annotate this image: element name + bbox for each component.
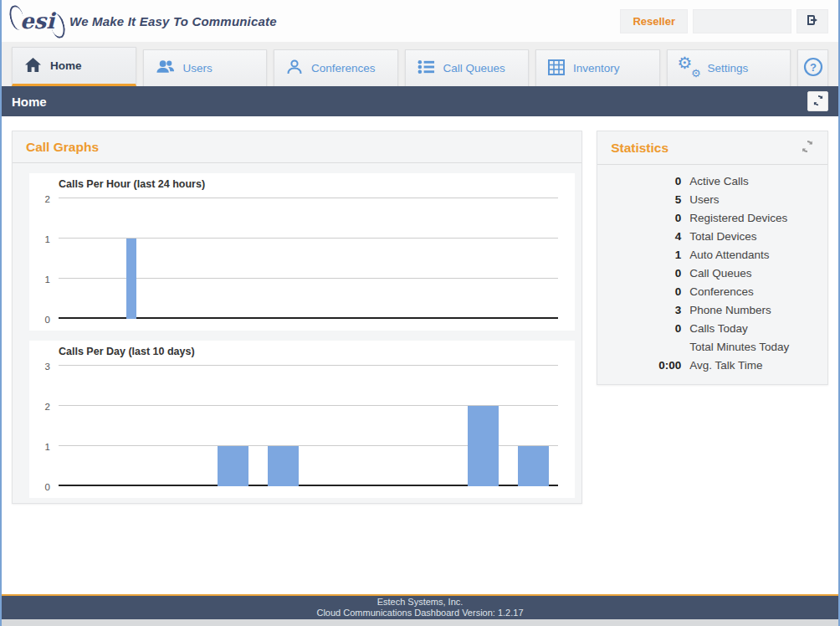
stat-value: 0 — [597, 285, 681, 298]
users-icon — [156, 59, 175, 77]
stat-row: 0:00Avg. Talk Time — [597, 356, 827, 374]
logo-swoosh-right — [49, 13, 68, 40]
stat-label: Conferences — [689, 285, 754, 298]
chart-plot-area: 0112 — [59, 198, 558, 319]
stat-row: 0Conferences — [597, 282, 827, 300]
stat-label: Users — [689, 193, 719, 206]
stat-value: 0 — [597, 322, 681, 335]
logout-icon — [805, 13, 820, 30]
tagline: We Make It Easy To Communicate — [69, 14, 277, 28]
footer: Estech Systems, Inc. Cloud Communication… — [2, 594, 838, 626]
stat-label: Active Calls — [689, 175, 749, 187]
footer-version: Cloud Communications Dashboard Version: … — [316, 608, 523, 618]
app-window: esi We Make It Easy To Communicate Resel… — [0, 0, 840, 626]
chart-title: Calls Per Day (last 10 days) — [59, 346, 195, 357]
tab-label: Users — [183, 62, 213, 74]
y-axis-tick-label: 2 — [33, 402, 50, 412]
tab-conferences[interactable]: Conferences — [274, 49, 398, 86]
chart-calls-per-day: Calls Per Day (last 10 days)0123 — [29, 341, 575, 498]
page-title: Home — [12, 95, 47, 109]
svg-text:?: ? — [810, 61, 817, 74]
help-icon: ? — [803, 57, 823, 80]
tab-label: Settings — [708, 62, 749, 74]
chart-bar — [518, 446, 549, 486]
stat-value: 4 — [597, 230, 681, 243]
stat-row: 1Auto Attendants — [597, 245, 827, 264]
stat-row: 0Call Queues — [597, 264, 827, 282]
home-icon — [24, 57, 42, 75]
y-axis-tick-label: 1 — [33, 275, 50, 285]
logo-text: esi — [20, 8, 54, 33]
esi-logo-mark: esi — [12, 8, 63, 33]
statistics-panel: Statistics 0Active Calls5Users0Registere… — [597, 131, 828, 385]
stat-label: Calls Today — [689, 322, 748, 335]
tab-settings[interactable]: ⚙⚙Settings — [667, 49, 791, 86]
tab-home[interactable]: Home — [12, 47, 136, 86]
logout-button[interactable] — [796, 9, 828, 33]
chart-calls-per-hour: Calls Per Hour (last 24 hours)0112 — [29, 173, 575, 331]
call-graphs-panel: Call Graphs Calls Per Hour (last 24 hour… — [12, 131, 582, 504]
main-content: Call Graphs Calls Per Hour (last 24 hour… — [2, 116, 838, 594]
refresh-icon — [801, 140, 814, 156]
page-title-bar: Home — [2, 86, 838, 116]
y-axis-tick-label: 1 — [33, 442, 50, 452]
stat-value: 1 — [597, 249, 681, 261]
tab-call-queues[interactable]: Call Queues — [405, 49, 530, 86]
call-queues-icon — [417, 59, 435, 77]
tab-label: Home — [50, 59, 82, 72]
settings-icon: ⚙⚙ — [679, 58, 699, 79]
stat-row: 4Total Devices — [597, 227, 827, 245]
stat-label: Avg. Talk Time — [689, 359, 762, 372]
statistics-list: 0Active Calls5Users0Registered Devices4T… — [597, 165, 827, 384]
statistics-refresh-button[interactable] — [801, 140, 814, 156]
call-graphs-header: Call Graphs — [13, 131, 581, 163]
stat-value: 0:00 — [597, 359, 681, 372]
tab-inventory[interactable]: Inventory — [535, 49, 660, 86]
top-header: esi We Make It Easy To Communicate Resel… — [2, 0, 838, 42]
tab-label: Conferences — [311, 62, 376, 74]
tab-label: Inventory — [573, 62, 620, 74]
chart-bar — [126, 239, 136, 319]
tab-label: Call Queues — [443, 62, 505, 74]
stat-label: Registered Devices — [689, 212, 787, 224]
stat-value: 0 — [597, 175, 681, 187]
stat-label: Phone Numbers — [689, 304, 771, 316]
stat-label: Total Devices — [689, 230, 756, 243]
footer-bar: Estech Systems, Inc. Cloud Communication… — [2, 594, 838, 619]
window-bottom-edge — [2, 619, 838, 626]
nav-tab-bar: HomeUsersConferencesCall QueuesInventory… — [2, 42, 838, 86]
reseller-button[interactable]: Reseller — [620, 9, 688, 33]
refresh-icon — [812, 95, 824, 109]
stat-label: Auto Attendants — [689, 249, 769, 261]
chart-bar — [218, 446, 248, 486]
statistics-header: Statistics — [597, 131, 827, 165]
account-input[interactable] — [693, 9, 791, 33]
y-axis-tick-label: 0 — [33, 482, 50, 492]
stat-row: 0Calls Today — [597, 319, 827, 337]
stat-label: Call Queues — [689, 267, 751, 280]
y-axis-tick-label: 1 — [33, 234, 50, 244]
help-button[interactable]: ? — [797, 49, 828, 86]
charts-container: Calls Per Hour (last 24 hours)0112Calls … — [13, 173, 581, 498]
chart-bar — [268, 446, 299, 486]
page-refresh-button[interactable] — [807, 91, 828, 111]
stat-value: 5 — [597, 193, 681, 206]
call-graphs-title: Call Graphs — [26, 140, 99, 155]
statistics-title: Statistics — [611, 141, 668, 156]
y-axis-tick-label: 2 — [33, 194, 50, 204]
tab-users[interactable]: Users — [143, 49, 268, 86]
header-actions: Reseller — [620, 9, 828, 33]
gridline — [59, 198, 558, 198]
stat-value: 0 — [597, 267, 681, 280]
stat-row: 5Users — [597, 190, 827, 208]
stat-row: 0Active Calls — [597, 172, 827, 190]
stat-value: 3 — [597, 304, 681, 316]
inventory-icon — [548, 59, 565, 78]
chart-bar — [468, 406, 499, 486]
y-axis-tick-label: 3 — [33, 362, 50, 372]
chart-plot-area: 0123 — [59, 366, 558, 486]
chart-title: Calls Per Hour (last 24 hours) — [59, 178, 205, 190]
stat-row: 0Registered Devices — [597, 208, 827, 227]
stat-row: 3Phone Numbers — [597, 300, 827, 319]
conferences-icon — [286, 59, 303, 78]
